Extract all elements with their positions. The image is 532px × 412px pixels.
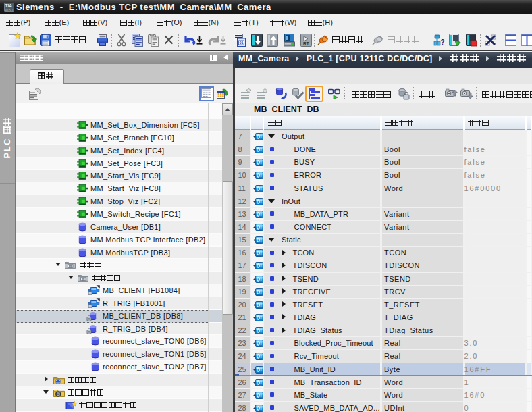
svg-text:?: ? <box>441 38 445 46</box>
svg-text:01: 01 <box>239 41 243 45</box>
svg-text:RT: RT <box>303 41 309 46</box>
svg-text:V15.1: V15.1 <box>5 8 14 12</box>
